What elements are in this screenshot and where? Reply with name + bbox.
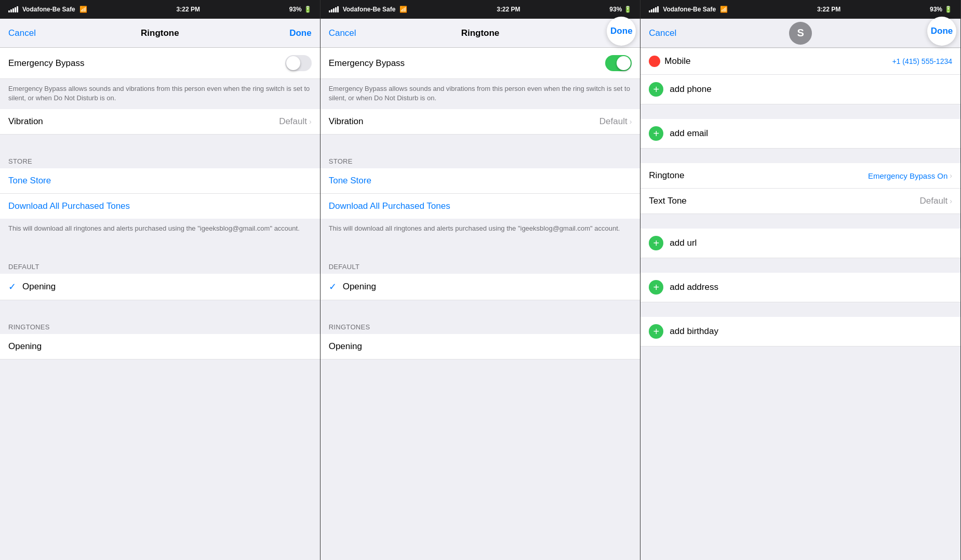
nav-title-1: Ringtone	[141, 28, 179, 38]
download-tones-row-1[interactable]: Download All Purchased Tones	[0, 194, 320, 219]
ringtones-header-2: RINGTONES	[321, 315, 640, 334]
carrier-3: Vodafone-Be Safe	[663, 6, 716, 13]
panel-2: Vodafone-Be Safe 📶 3:22 PM 93% 🔋 Cancel …	[321, 0, 641, 560]
delete-phone-icon[interactable]	[649, 56, 660, 67]
bypass-toggle-2[interactable]	[605, 55, 632, 71]
time-1: 3:22 PM	[177, 6, 200, 13]
bypass-label-2: Emergency Bypass	[329, 58, 405, 69]
panel3-nav: Cancel S Done	[640, 19, 960, 48]
opening-label-1: Opening	[22, 282, 56, 292]
emergency-bypass-row-1: Emergency Bypass	[0, 48, 320, 79]
battery-pct-3: 93%	[930, 6, 942, 13]
ringtone-item-label-2: Opening	[329, 341, 362, 352]
phone-number-3: +1 (415) 555-1234	[892, 57, 952, 65]
add-phone-row-3[interactable]: + add phone	[640, 75, 960, 104]
carrier-2: Vodafone-Be Safe	[343, 6, 396, 13]
opening-row-2[interactable]: ✓ Opening	[321, 274, 640, 300]
text-tone-val-text-3: Default	[919, 196, 947, 206]
add-address-row-3[interactable]: + add address	[640, 273, 960, 302]
default-header-1: DEFAULT	[0, 255, 320, 274]
tone-store-link-2: Tone Store	[329, 176, 371, 186]
opening-row-1[interactable]: ✓ Opening	[0, 274, 320, 300]
wifi-icon-1: 📶	[79, 6, 87, 13]
phone-label-3: Mobile	[664, 56, 690, 66]
cancel-button-1[interactable]: Cancel	[8, 28, 36, 38]
battery-pct-1: 93%	[289, 6, 302, 13]
bypass-desc-2: Emergency Bypass allows sounds and vibra…	[321, 79, 640, 109]
avatar-3: S	[789, 22, 812, 45]
store-header-1: STORE	[0, 149, 320, 168]
ringtone-row-3[interactable]: Ringtone Emergency Bypass On ›	[640, 163, 960, 189]
add-address-icon-3: +	[649, 280, 663, 295]
vibration-val-text-2: Default	[599, 116, 628, 127]
status-left-3: Vodafone-Be Safe 📶	[649, 6, 728, 13]
cancel-button-3[interactable]: Cancel	[649, 28, 676, 38]
vibration-val-text-1: Default	[279, 116, 307, 127]
content-1: Emergency Bypass Emergency Bypass allows…	[0, 48, 320, 560]
vibration-chevron-2: ›	[630, 117, 632, 126]
tone-store-row-1[interactable]: Tone Store	[0, 168, 320, 194]
bypass-desc-1: Emergency Bypass allows sounds and vibra…	[0, 79, 320, 109]
add-phone-label-3: add phone	[670, 84, 711, 95]
signal-icon-1	[8, 6, 18, 12]
done-button-1[interactable]: Done	[289, 28, 312, 38]
add-email-label-3: add email	[670, 128, 708, 139]
add-url-icon-3: +	[649, 236, 663, 250]
vibration-row-2[interactable]: Vibration Default ›	[321, 109, 640, 135]
tone-store-link-1: Tone Store	[8, 176, 51, 186]
add-email-icon-3: +	[649, 126, 663, 141]
toggle-knob-1	[286, 56, 300, 70]
default-header-2: DEFAULT	[321, 255, 640, 274]
nav-title-2: Ringtone	[461, 28, 500, 38]
add-birthday-icon-3: +	[649, 324, 663, 339]
download-tones-link-1: Download All Purchased Tones	[8, 201, 130, 211]
status-bar-3: Vodafone-Be Safe 📶 3:22 PM 93% 🔋	[640, 0, 960, 19]
toggle-knob-2	[617, 56, 631, 70]
done-button-3[interactable]: Done	[927, 17, 956, 46]
download-tones-link-2: Download All Purchased Tones	[329, 201, 450, 211]
carrier-1: Vodafone-Be Safe	[22, 6, 75, 13]
phone-row-3[interactable]: Mobile +1 (415) 555-1234	[640, 48, 960, 75]
nav-bar-2: Cancel Ringtone Done	[321, 19, 640, 48]
ringtone-item-label-1: Opening	[8, 341, 42, 352]
battery-icon-3: 🔋	[944, 6, 952, 13]
store-header-2: STORE	[321, 149, 640, 168]
avatar-letter-3: S	[797, 27, 804, 39]
ringtones-header-1: RINGTONES	[0, 315, 320, 334]
content-2: Emergency Bypass Emergency Bypass allows…	[321, 48, 640, 560]
text-tone-chevron-3: ›	[950, 197, 952, 205]
add-birthday-row-3[interactable]: + add birthday	[640, 317, 960, 346]
bypass-toggle-1[interactable]	[285, 55, 312, 71]
time-3: 3:22 PM	[817, 6, 840, 13]
ringtone-val-text-3: Emergency Bypass On	[868, 171, 947, 180]
phone-value-3: +1 (415) 555-1234	[892, 57, 952, 65]
vibration-row-1[interactable]: Vibration Default ›	[0, 109, 320, 135]
download-desc-1: This will download all ringtones and ale…	[0, 219, 320, 239]
time-2: 3:22 PM	[497, 6, 520, 13]
tone-store-row-2[interactable]: Tone Store	[321, 168, 640, 194]
vibration-label-2: Vibration	[329, 116, 364, 127]
battery-icon-2: 🔋	[624, 6, 632, 13]
text-tone-value-3: Default ›	[919, 196, 952, 206]
battery-3: 93% 🔋	[930, 6, 952, 13]
ringtone-item-row-1[interactable]: Opening	[0, 334, 320, 359]
opening-label-2: Opening	[343, 282, 376, 292]
ringtone-chevron-3: ›	[950, 171, 952, 180]
ringtone-value-3: Emergency Bypass On ›	[868, 171, 952, 180]
status-left-2: Vodafone-Be Safe 📶	[329, 6, 408, 13]
cancel-button-2[interactable]: Cancel	[329, 28, 356, 38]
status-bar-2: Vodafone-Be Safe 📶 3:22 PM 93% 🔋	[321, 0, 640, 19]
add-phone-icon-3: +	[649, 82, 663, 97]
done-label-3: Done	[931, 26, 953, 36]
text-tone-row-3[interactable]: Text Tone Default ›	[640, 189, 960, 214]
battery-pct-2: 93%	[609, 6, 622, 13]
ringtone-item-row-2[interactable]: Opening	[321, 334, 640, 359]
download-tones-row-2[interactable]: Download All Purchased Tones	[321, 194, 640, 219]
add-url-row-3[interactable]: + add url	[640, 229, 960, 258]
vibration-value-1: Default ›	[279, 116, 312, 127]
nav-bar-1: Cancel Ringtone Done	[0, 19, 320, 48]
panel-3: Vodafone-Be Safe 📶 3:22 PM 93% 🔋 Cancel …	[640, 0, 961, 560]
add-email-row-3[interactable]: + add email	[640, 119, 960, 149]
done-button-circle-2[interactable]: Done	[607, 17, 636, 46]
battery-icon-1: 🔋	[304, 6, 312, 13]
